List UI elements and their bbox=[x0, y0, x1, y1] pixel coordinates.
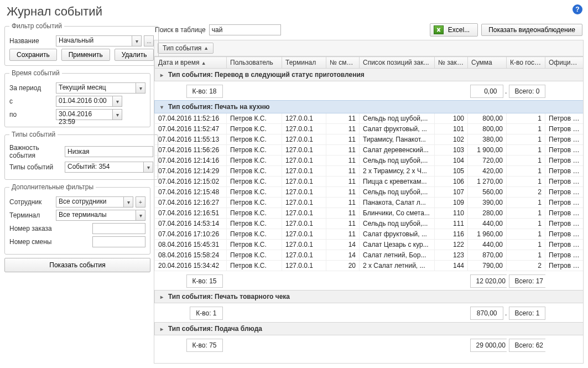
group-footer-row: К-во: 1870,00Всего: 1 bbox=[155, 303, 584, 323]
save-button[interactable]: Сохранить bbox=[9, 49, 57, 61]
chevron-down-icon[interactable]: ▾ bbox=[143, 162, 153, 173]
cell-datetime: 08.04.2016 15:45:31 bbox=[155, 240, 227, 250]
cell-user: Петров К.С. bbox=[227, 145, 282, 156]
group-header-row[interactable]: ▸Тип события: Подача блюда bbox=[155, 323, 584, 335]
table-row[interactable]: 07.04.2016 12:16:27Петров К.С.127.0.0.11… bbox=[155, 198, 584, 208]
group-count: К-во: 18 bbox=[186, 85, 223, 98]
cell-datetime: 07.04.2016 12:14:29 bbox=[155, 166, 227, 177]
excel-button[interactable]: Excel... bbox=[430, 23, 478, 37]
cell-guests: 1 bbox=[507, 145, 545, 156]
terminal-combo[interactable]: Все терминалы ▾ bbox=[56, 210, 145, 221]
group-title: Тип события: Перевод в следующий статус … bbox=[168, 71, 365, 79]
name-value[interactable]: Начальный bbox=[56, 35, 132, 46]
cell-waiter: Петров К.С. bbox=[545, 124, 584, 134]
chevron-down-icon[interactable]: ▾ bbox=[136, 210, 145, 221]
table-row[interactable]: 07.04.2016 11:52:47Петров К.С.127.0.0.11… bbox=[155, 124, 584, 134]
cell-waiter: Петров К.С. bbox=[545, 250, 584, 261]
table-row[interactable]: 08.04.2016 15:45:31Петров К.С.127.0.0.11… bbox=[155, 240, 584, 250]
groupby-bar[interactable]: Тип события ▲ bbox=[154, 40, 584, 56]
cell-sum: 1 960,00 bbox=[468, 229, 507, 240]
cell-waiter: Петров К.С. bbox=[545, 198, 584, 208]
chevron-down-icon[interactable]: ▾ bbox=[112, 109, 122, 120]
cell-shift: 11 bbox=[326, 229, 360, 240]
groupby-tag[interactable]: Тип события ▲ bbox=[158, 43, 214, 54]
apply-button[interactable]: Применить bbox=[61, 49, 110, 61]
event-types-value[interactable]: Событий: 354 bbox=[65, 162, 143, 173]
cell-datetime: 08.04.2016 15:58:24 bbox=[155, 250, 227, 261]
period-combo[interactable]: Текущий месяц ▾ bbox=[56, 82, 145, 94]
cell-datetime: 07.04.2016 14:53:14 bbox=[155, 219, 227, 229]
event-types-combo[interactable]: Событий: 354 ▾ bbox=[65, 162, 153, 173]
group-header-row[interactable]: ▸Тип события: Перевод в следующий статус… bbox=[155, 69, 584, 81]
show-video-button[interactable]: Показать видеонаблюдение bbox=[481, 24, 582, 36]
col-shift[interactable]: № смены bbox=[326, 57, 360, 69]
col-guests[interactable]: К-во гостей bbox=[507, 57, 545, 69]
table-row[interactable]: 07.04.2016 12:14:16Петров К.С.127.0.0.11… bbox=[155, 156, 584, 166]
table-row[interactable]: 07.04.2016 12:14:29Петров К.С.127.0.0.11… bbox=[155, 166, 584, 177]
period-value[interactable]: Текущий месяц bbox=[56, 82, 136, 94]
col-items[interactable]: Список позиций зак... bbox=[360, 57, 435, 69]
cell-terminal: 127.0.0.1 bbox=[282, 187, 326, 198]
cell-terminal: 127.0.0.1 bbox=[282, 124, 326, 134]
cell-terminal: 127.0.0.1 bbox=[282, 219, 326, 229]
chevron-down-icon[interactable]: ▾ bbox=[112, 96, 122, 107]
cell-waiter: Петров К.С. bbox=[545, 113, 584, 124]
show-events-button[interactable]: Показать события bbox=[4, 258, 150, 272]
table-row[interactable]: 07.04.2016 11:56:26Петров К.С.127.0.0.11… bbox=[155, 145, 584, 156]
shift-no-input[interactable] bbox=[92, 236, 145, 247]
search-input[interactable] bbox=[209, 24, 281, 35]
chevron-down-icon[interactable]: ▾ bbox=[132, 35, 142, 46]
from-datepicker[interactable]: 01.04.2016 0:00 ▾ bbox=[56, 96, 122, 107]
group-sum: 0,00 bbox=[470, 85, 503, 98]
cell-shift: 11 bbox=[326, 113, 360, 124]
cell-datetime: 07.04.2016 11:55:13 bbox=[155, 134, 227, 145]
grid-scroll[interactable]: Дата и время ▲ Пользователь Терминал № с… bbox=[154, 56, 584, 364]
table-row[interactable]: 20.04.2016 15:34:42Петров К.С.127.0.0.12… bbox=[155, 261, 584, 271]
group-footer-row: К-во: 180,00Всего: 0 bbox=[155, 81, 584, 101]
expand-icon[interactable]: ▸ bbox=[160, 72, 166, 78]
collapse-icon[interactable]: ▾ bbox=[160, 104, 166, 110]
types-fieldset: Типы событий Важность события Типы событ… bbox=[4, 131, 158, 180]
group-header-row[interactable]: ▸Тип события: Печать товарного чека bbox=[155, 291, 584, 303]
table-row[interactable]: 07.04.2016 12:16:51Петров К.С.127.0.0.11… bbox=[155, 208, 584, 219]
terminal-value[interactable]: Все терминалы bbox=[56, 210, 136, 221]
cell-items: Тирамису, Панакот... bbox=[360, 134, 435, 145]
table-row[interactable]: 08.04.2016 15:58:24Петров К.С.127.0.0.11… bbox=[155, 250, 584, 261]
add-employee-button[interactable]: + bbox=[136, 196, 145, 208]
to-value[interactable]: 30.04.2016 23:59 bbox=[56, 109, 112, 120]
expand-icon[interactable]: ▸ bbox=[160, 294, 166, 300]
from-value[interactable]: 01.04.2016 0:00 bbox=[56, 96, 112, 107]
chevron-down-icon[interactable]: ▾ bbox=[123, 196, 133, 208]
table-row[interactable]: 07.04.2016 12:15:02Петров К.С.127.0.0.11… bbox=[155, 177, 584, 187]
to-datepicker[interactable]: 30.04.2016 23:59 ▾ bbox=[56, 109, 122, 120]
group-count: К-во: 75 bbox=[186, 339, 223, 352]
table-row[interactable]: 07.04.2016 11:52:16Петров К.С.127.0.0.11… bbox=[155, 113, 584, 124]
employee-value[interactable]: Все сотрудники bbox=[56, 196, 123, 208]
group-header-row[interactable]: ▾Тип события: Печать на кухню bbox=[155, 101, 584, 113]
employee-label: Сотрудник bbox=[9, 198, 54, 206]
col-sum[interactable]: Сумма bbox=[468, 57, 507, 69]
employee-combo[interactable]: Все сотрудники ▾ bbox=[56, 196, 133, 208]
table-row[interactable]: 07.04.2016 12:15:48Петров К.С.127.0.0.11… bbox=[155, 187, 584, 198]
chevron-down-icon[interactable]: ▾ bbox=[136, 82, 145, 94]
table-row[interactable]: 07.04.2016 14:53:14Петров К.С.127.0.0.11… bbox=[155, 219, 584, 229]
col-terminal[interactable]: Терминал bbox=[282, 57, 326, 69]
cell-shift: 11 bbox=[326, 156, 360, 166]
table-row[interactable]: 07.04.2016 11:55:13Петров К.С.127.0.0.11… bbox=[155, 134, 584, 145]
cell-guests: 1 bbox=[507, 250, 545, 261]
cell-items: Сельдь под шубой,... bbox=[360, 113, 435, 124]
col-user[interactable]: Пользователь bbox=[227, 57, 282, 69]
filter-legend: Фильтр событий bbox=[9, 22, 64, 30]
col-order[interactable]: № заказа bbox=[435, 57, 468, 69]
help-icon[interactable]: ? bbox=[573, 4, 582, 14]
col-waiter[interactable]: Официант bbox=[545, 57, 584, 69]
expand-icon[interactable]: ▸ bbox=[160, 326, 166, 332]
order-no-input[interactable] bbox=[92, 223, 145, 234]
name-more-button[interactable]: ... bbox=[144, 35, 154, 46]
table-row[interactable]: 07.04.2016 17:10:26Петров К.С.127.0.0.11… bbox=[155, 229, 584, 240]
cell-shift: 11 bbox=[326, 145, 360, 156]
importance-input[interactable] bbox=[65, 146, 153, 157]
col-datetime[interactable]: Дата и время ▲ bbox=[155, 57, 227, 69]
delete-button[interactable]: Удалить bbox=[115, 49, 154, 61]
name-combo[interactable]: Начальный ▾ bbox=[56, 35, 142, 46]
